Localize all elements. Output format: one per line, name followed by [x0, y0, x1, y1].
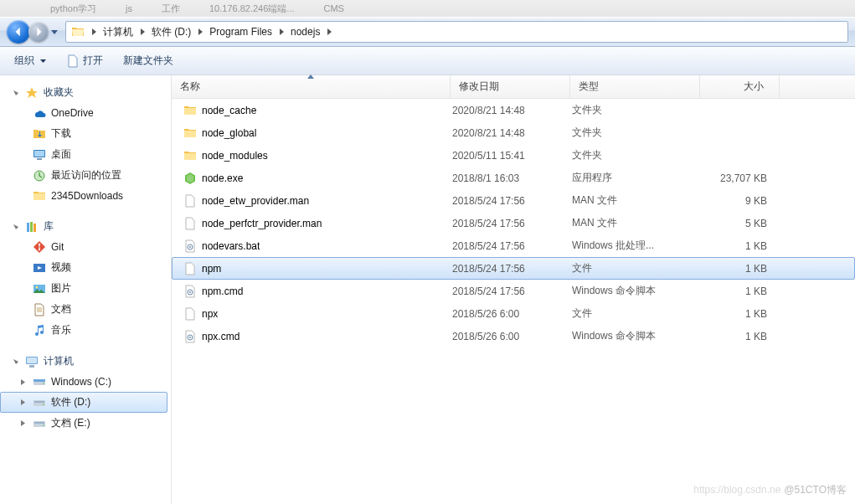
- file-row[interactable]: node_modules 2020/5/11 15:41 文件夹: [172, 144, 855, 167]
- file-type: 文件夹: [572, 126, 702, 140]
- svg-point-29: [189, 337, 191, 338]
- crumb-chevron[interactable]: [323, 22, 335, 42]
- svg-rect-22: [34, 422, 44, 424]
- expander-icon[interactable]: [18, 399, 28, 405]
- file-name: npm.cmd: [202, 285, 243, 297]
- file-date: 2018/5/24 17:56: [452, 195, 572, 207]
- sidebar-item-label: OneDrive: [51, 107, 94, 119]
- crumb-drive[interactable]: 软件 (D:): [148, 22, 194, 42]
- sidebar-item-label: 音乐: [51, 323, 71, 337]
- file-size: 1 KB: [702, 263, 775, 275]
- address-box[interactable]: 计算机 软件 (D:) Program Files nodejs: [65, 21, 848, 43]
- svg-point-27: [189, 291, 191, 293]
- documents-icon: [33, 303, 46, 316]
- expander-icon[interactable]: [18, 379, 28, 385]
- crumb-program-files[interactable]: Program Files: [206, 22, 276, 42]
- sidebar-item-favorite[interactable]: 下载: [0, 123, 167, 144]
- svg-rect-1: [34, 151, 44, 157]
- svg-rect-5: [30, 222, 33, 232]
- file-row[interactable]: npm.cmd 2018/5/24 17:56 Windows 命令脚本 1 K…: [172, 280, 855, 302]
- file-row[interactable]: npx 2018/5/26 6:00 文件 1 KB: [172, 302, 855, 325]
- file-row[interactable]: npx.cmd 2018/5/26 6:00 Windows 命令脚本 1 KB: [172, 325, 855, 347]
- sidebar-item-label: 图片: [51, 281, 71, 296]
- file-row[interactable]: node_cache 2020/8/21 14:48 文件夹: [172, 99, 855, 121]
- git-icon: [33, 240, 46, 254]
- organize-button[interactable]: 组织: [5, 50, 55, 72]
- file-size: 1 KB: [702, 240, 775, 252]
- main-split: 收藏夹 OneDrive 下载 桌面 最近访问的位置 2345Downloads…: [0, 75, 855, 504]
- file-row[interactable]: node_perfctr_provider.man 2018/5/24 17:5…: [172, 212, 855, 234]
- svg-rect-6: [33, 224, 36, 232]
- open-label: 打开: [83, 54, 103, 68]
- file-date: 2018/5/24 17:56: [452, 240, 572, 252]
- forward-button[interactable]: [28, 22, 49, 42]
- file-row[interactable]: node_etw_provider.man 2018/5/24 17:56 MA…: [172, 189, 855, 212]
- toolbar: 组织 打开 新建文件夹: [0, 47, 855, 75]
- sidebar-item-library[interactable]: 音乐: [0, 320, 167, 341]
- file-row[interactable]: npm 2018/5/24 17:56 文件 1 KB: [172, 257, 855, 280]
- file-name: node_etw_provider.man: [202, 195, 309, 207]
- sidebar-item-label: 文档 (E:): [51, 416, 90, 430]
- svg-point-20: [43, 404, 44, 405]
- file-name: npm: [202, 263, 221, 275]
- sidebar-item-favorite[interactable]: 桌面: [0, 144, 167, 165]
- crumb-nodejs[interactable]: nodejs: [287, 22, 323, 42]
- column-headers: 名称 修改日期 类型 大小: [172, 75, 855, 99]
- svg-rect-14: [29, 365, 34, 368]
- node-icon: [183, 172, 197, 185]
- sidebar-item-drive[interactable]: Windows (C:): [0, 372, 167, 392]
- file-row[interactable]: node_global 2020/8/21 14:48 文件夹: [172, 121, 855, 144]
- sidebar-item-drive[interactable]: 软件 (D:): [0, 392, 167, 413]
- back-button[interactable]: [7, 20, 30, 44]
- sidebar-item-favorite[interactable]: 2345Downloads: [0, 186, 167, 206]
- computer-icon: [25, 355, 39, 368]
- file-size: 1 KB: [702, 308, 775, 320]
- recent-icon: [33, 169, 46, 183]
- file-name: npx: [202, 308, 218, 320]
- sidebar-item-drive[interactable]: 文档 (E:): [0, 413, 167, 434]
- file-date: 2018/5/24 17:56: [452, 285, 572, 297]
- drive-icon: [33, 396, 46, 409]
- column-type[interactable]: 类型: [570, 75, 700, 98]
- file-date: 2020/8/21 14:48: [452, 105, 572, 116]
- column-name[interactable]: 名称: [172, 75, 451, 98]
- file-size: 1 KB: [702, 285, 775, 297]
- sidebar-item-label: Git: [51, 241, 64, 253]
- file-type: 文件夹: [572, 148, 702, 162]
- bat-icon: [183, 330, 197, 343]
- sidebar-libraries-title[interactable]: 库: [0, 218, 171, 237]
- sidebar-item-library[interactable]: Git: [0, 237, 167, 257]
- nav-history-dropdown[interactable]: [49, 21, 60, 43]
- new-folder-button[interactable]: 新建文件夹: [114, 50, 183, 72]
- sidebar-item-library[interactable]: 图片: [0, 278, 167, 299]
- sidebar-libraries-group: 库 Git 视频 图片 文档 音乐: [0, 218, 171, 341]
- sidebar-item-library[interactable]: 视频: [0, 257, 167, 278]
- file-row[interactable]: nodevars.bat 2018/5/24 17:56 Windows 批处理…: [172, 234, 855, 257]
- sidebar-computer-title[interactable]: 计算机: [0, 352, 171, 372]
- open-button[interactable]: 打开: [57, 50, 112, 72]
- address-bar-row: 计算机 软件 (D:) Program Files nodejs: [0, 17, 855, 47]
- file-name: node_cache: [202, 105, 256, 116]
- folder-open-icon: [71, 25, 85, 39]
- triangle-down-icon: [13, 90, 19, 96]
- nav-buttons: [7, 20, 60, 44]
- crumb-chevron[interactable]: [136, 22, 148, 42]
- crumb-chevron[interactable]: [276, 22, 287, 42]
- sidebar-item-favorite[interactable]: 最近访问的位置: [0, 165, 167, 186]
- crumb-computer[interactable]: 计算机: [100, 22, 136, 42]
- column-date[interactable]: 修改日期: [451, 75, 570, 98]
- folder-icon: [183, 149, 197, 162]
- crumb-chevron[interactable]: [88, 22, 100, 42]
- browser-tab-strip: python学习 js 工作 10.176.82.246端端... CMS: [0, 0, 855, 17]
- file-type: MAN 文件: [572, 216, 702, 230]
- sidebar-item-favorite[interactable]: OneDrive: [0, 103, 167, 123]
- sidebar-favorites-title[interactable]: 收藏夹: [0, 84, 171, 103]
- expander-icon[interactable]: [18, 420, 28, 426]
- file-row[interactable]: node.exe 2018/8/1 16:03 应用程序 23,707 KB: [172, 167, 855, 189]
- crumb-chevron[interactable]: [194, 22, 206, 42]
- file-date: 2018/8/1 16:03: [452, 172, 572, 184]
- column-size[interactable]: 大小: [700, 75, 780, 98]
- star-icon: [25, 86, 39, 100]
- folder-icon: [183, 104, 197, 117]
- sidebar-item-library[interactable]: 文档: [0, 299, 167, 320]
